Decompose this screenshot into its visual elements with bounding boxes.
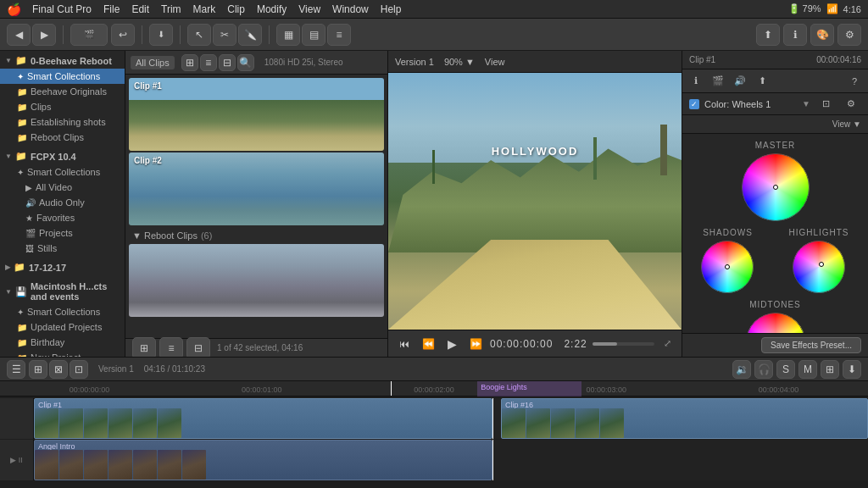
menu-edit[interactable]: Edit (126, 2, 154, 17)
inspector-audio-btn[interactable]: 🔊 (730, 72, 750, 91)
color-btn[interactable]: 🎨 (810, 24, 834, 46)
sidebar-item-clips[interactable]: 📁 Clips (0, 99, 125, 114)
sidebar-item-all-video[interactable]: ▶ All Video (0, 180, 125, 195)
color-enabled-checkbox[interactable]: ✓ (689, 99, 699, 109)
timeline-fit[interactable]: ⊡ (70, 360, 88, 379)
browser-search-btn[interactable]: 🔍 (237, 54, 254, 71)
midtones-color-wheel[interactable] (746, 313, 805, 333)
timeline-audio-btn[interactable]: 🔉 (732, 360, 751, 379)
timeline-solo-btn[interactable]: S (776, 360, 795, 379)
clip-item-3[interactable] (129, 244, 384, 317)
play-pause-icon[interactable]: ▶ II (10, 456, 23, 464)
clip-section-label[interactable]: ▼ Reboot Clips (6) (129, 227, 384, 242)
menu-modify[interactable]: Modify (252, 2, 292, 17)
status-filmstrip-btn[interactable]: ⊟ (186, 337, 210, 359)
back-button[interactable]: ◀ (7, 24, 31, 46)
select-tool[interactable]: ↖ (187, 24, 211, 46)
highlight-label: Boogie Lights (477, 381, 531, 393)
sidebar-item-stills[interactable]: 🖼 Stills (0, 241, 125, 256)
view-dropdown-btn[interactable]: View ▼ (832, 119, 861, 129)
apple-menu[interactable]: 🍎 (7, 3, 20, 16)
import-button[interactable]: ⬇ (149, 24, 173, 46)
sidebar-item-favorites[interactable]: ★ Favorites (0, 210, 125, 225)
timeline-zoom-out[interactable]: ⊠ (49, 360, 68, 379)
viewer-zoom[interactable]: 90% ▼ (444, 57, 475, 67)
clip-block-3[interactable]: Angel Intro (34, 440, 492, 480)
inspector-video-btn[interactable]: 🎬 (708, 72, 728, 91)
sidebar-item-audio-only[interactable]: 🔊 Audio Only (0, 195, 125, 210)
browser-view-btn[interactable]: ▦ (276, 24, 300, 46)
timeline-expand-btn[interactable]: ⊞ (821, 360, 839, 379)
person-thumb-4 (108, 450, 132, 480)
clip-block-main[interactable]: Clip #1 (34, 398, 492, 439)
sidebar-item-smart-collections-3[interactable]: ✦ Smart Collections (0, 304, 125, 319)
sidebar-item-establishing[interactable]: 📁 Establishing shots (0, 114, 125, 130)
clip-block-2[interactable]: Clip #16 (501, 398, 868, 439)
sidebar-item-beehave-originals[interactable]: 📁 Beehave Originals (0, 84, 125, 99)
list-btn[interactable]: ≡ (327, 24, 351, 46)
timeline-mute-btn[interactable]: M (798, 360, 817, 379)
clip-item-2[interactable]: Clip #2 (129, 152, 384, 225)
sidebar-item-projects[interactable]: 🎬 Projects (0, 225, 125, 241)
play-back-btn[interactable]: ⏪ (419, 335, 437, 353)
view-dropdown[interactable]: View (485, 57, 505, 67)
inspector-share-btn[interactable]: ⬆ (752, 72, 772, 91)
triangle-icon: ▼ (5, 57, 12, 64)
sidebar-item-reboot-clips[interactable]: 📁 Reboot Clips (0, 130, 125, 145)
highlights-color-wheel[interactable] (793, 241, 845, 293)
timecode-value: 00:00:00:00 (490, 338, 553, 350)
save-preset-btn[interactable]: Save Effects Preset... (761, 337, 861, 353)
forward-button[interactable]: ▶ (32, 24, 56, 46)
play-btn[interactable]: ▶ (442, 335, 461, 353)
inspector-question-btn[interactable]: ? (844, 72, 865, 91)
menu-help[interactable]: Help (376, 2, 407, 17)
browser-view-btn-2[interactable]: ≡ (200, 54, 217, 71)
status-view-btn[interactable]: ⊞ (132, 337, 156, 359)
play-fwd-btn[interactable]: ⏩ (466, 335, 485, 353)
trim-tool[interactable]: ✂ (213, 24, 236, 46)
playhead-bar[interactable] (593, 342, 654, 346)
menu-file[interactable]: File (98, 2, 125, 17)
timeline-zoom-in[interactable]: ⊞ (29, 360, 47, 379)
browser-view-btn-1[interactable]: ⊞ (181, 54, 198, 71)
share-button[interactable]: ⬆ (756, 24, 780, 46)
sidebar-item-new-project[interactable]: 📁 New Project (0, 350, 125, 357)
color-menu-btn[interactable]: ⚙ (841, 95, 861, 114)
color-expand-btn[interactable]: ⊡ (815, 95, 836, 114)
clip-count: (6) (201, 230, 212, 241)
timeline-headphone-btn[interactable]: 🎧 (754, 360, 773, 379)
sidebar-item-smart-collections-1[interactable]: ✦ Smart Collections (0, 69, 125, 84)
undo-button[interactable]: ↩ (111, 24, 135, 46)
clip-item-1[interactable]: Clip #1 (129, 78, 384, 151)
fullscreen-icon[interactable]: ⤢ (659, 336, 675, 352)
timeline-index-btn[interactable]: ☰ (7, 360, 25, 379)
all-clips-btn[interactable]: All Clips (131, 56, 175, 69)
menu-window[interactable]: Window (327, 2, 374, 17)
filmstrip-btn[interactable]: ▤ (302, 24, 326, 46)
blade-tool[interactable]: 🔪 (238, 24, 262, 46)
sidebar-item-birthday[interactable]: 📁 Birthday (0, 335, 125, 350)
menu-trim[interactable]: Trim (156, 2, 186, 17)
sidebar-item-updated-projects[interactable]: 📁 Updated Projects (0, 319, 125, 335)
menu-finalcutpro[interactable]: Final Cut Pro (27, 2, 97, 17)
menu-clip[interactable]: Clip (222, 2, 250, 17)
play-beginning-btn[interactable]: ⏮ (395, 335, 414, 353)
menu-mark[interactable]: Mark (188, 2, 221, 17)
timeline-connect-btn[interactable]: ⬇ (843, 360, 861, 379)
sidebar-header-date[interactable]: ▶ 📁 17-12-17 (0, 259, 125, 275)
new-library-button[interactable]: 🎬 (70, 24, 108, 46)
sidebar-header-fcpx[interactable]: ▼ 📁 FCPX 10.4 (0, 148, 125, 164)
master-color-wheel[interactable] (742, 153, 810, 221)
highlights-label: HIGHLIGHTS (788, 228, 849, 237)
sidebar-item-smart-collections-2[interactable]: ✦ Smart Collections (0, 164, 125, 180)
settings-btn[interactable]: ⚙ (837, 24, 861, 46)
inspector-toggle[interactable]: ℹ (783, 24, 807, 46)
browser-view-btn-3[interactable]: ⊟ (219, 54, 236, 71)
sidebar-header-macintosh[interactable]: ▼ 💾 Macintosh H...cts and events (0, 279, 125, 304)
sidebar-header-beehave[interactable]: ▼ 📁 0-Beehave Reboot (0, 53, 125, 69)
status-list-btn[interactable]: ≡ (159, 337, 183, 359)
color-wheels-dropdown[interactable]: ▼ (802, 99, 810, 108)
inspector-info-btn[interactable]: ℹ (686, 72, 706, 91)
shadows-color-wheel[interactable] (701, 241, 754, 293)
menu-view[interactable]: View (293, 2, 326, 17)
